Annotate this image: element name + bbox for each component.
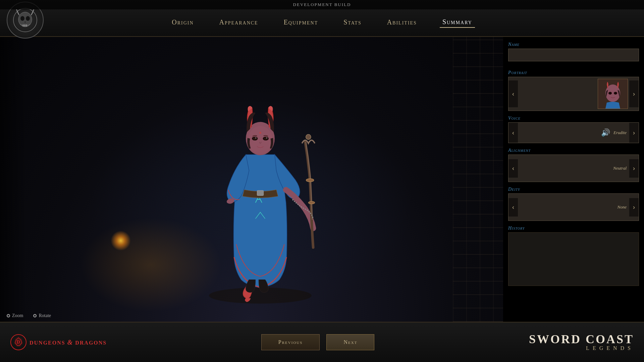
deity-next-btn[interactable]: › — [629, 198, 639, 217]
svg-point-11 — [306, 179, 314, 182]
torch-effect — [111, 231, 131, 251]
portrait-next-btn[interactable]: › — [629, 80, 639, 107]
dnd-ampersand: & — [67, 339, 73, 346]
zoom-label: Zoom — [12, 313, 23, 318]
voice-next-btn[interactable]: › — [629, 123, 639, 143]
svg-point-25 — [608, 92, 612, 95]
tab-equipment[interactable]: Equipment — [281, 17, 321, 27]
svg-point-26 — [614, 92, 617, 95]
scl-logo: SWORD COAST LEGENDS — [529, 333, 634, 351]
previous-button[interactable]: Previous — [261, 334, 320, 350]
voice-value: Erudite — [613, 130, 627, 135]
scl-title: SWORD COAST — [529, 333, 634, 345]
zoom-dot — [7, 314, 10, 317]
portrait-prev-btn[interactable]: ‹ — [508, 80, 518, 107]
character-display — [173, 37, 347, 322]
summary-panel: Name Portrait ‹ — [503, 37, 644, 322]
history-section: History — [508, 226, 639, 287]
name-input[interactable] — [508, 49, 639, 61]
voice-label: Voice — [508, 116, 639, 121]
scl-subtitle: LEGENDS — [529, 345, 634, 351]
tab-abilities[interactable]: Abilities — [384, 17, 420, 27]
voice-content: 🔊 Erudite — [518, 126, 629, 140]
voice-selector: ‹ 🔊 Erudite › — [508, 122, 639, 143]
deity-prev-btn[interactable]: ‹ — [508, 198, 518, 217]
dnd-logo-icon: D — [10, 334, 27, 351]
nav-tabs: Origin Appearance Equipment Stats Abilit… — [169, 17, 475, 28]
svg-point-12 — [308, 201, 315, 204]
bottom-bar: D DUNGEONS & DRAGONS Previous Next SWORD… — [0, 322, 644, 362]
portrait-thumbnail — [598, 79, 628, 109]
alignment-section: Alignment ‹ Neutral › — [508, 148, 639, 182]
nav-buttons: Previous Next — [261, 334, 375, 350]
alignment-selector: ‹ Neutral › — [508, 155, 639, 182]
skull-icon — [12, 7, 39, 34]
history-textarea[interactable] — [508, 232, 639, 286]
next-button[interactable]: Next — [326, 334, 374, 350]
tab-origin[interactable]: Origin — [169, 17, 196, 27]
deity-section: Deity ‹ None › — [508, 187, 639, 221]
dev-build-text: DEVELOPMENT BUILD — [293, 2, 351, 7]
dev-build-banner: DEVELOPMENT BUILD — [0, 0, 644, 9]
tab-summary[interactable]: Summary — [440, 17, 475, 28]
rotate-label: Rotate — [39, 313, 51, 318]
tab-appearance[interactable]: Appearance — [217, 17, 261, 27]
bg-left — [0, 37, 27, 322]
svg-point-3 — [26, 16, 30, 21]
svg-rect-5 — [24, 24, 25, 26]
svg-point-21 — [266, 137, 267, 139]
dnd-first-line: DUNGEONS & DRAGONS — [30, 339, 107, 346]
portrait-label: Portrait — [508, 70, 639, 75]
svg-point-2 — [20, 16, 24, 21]
zoom-control: Zoom — [7, 313, 23, 318]
name-section: Name — [508, 42, 639, 65]
character-viewport: Zoom Rotate — [0, 37, 503, 322]
svg-point-22 — [259, 132, 261, 134]
deity-selector: ‹ None › — [508, 193, 639, 221]
portrait-content — [518, 77, 629, 111]
svg-text:D: D — [16, 340, 20, 345]
deity-value: None — [618, 204, 627, 210]
main-area: Zoom Rotate Name Portrait ‹ — [0, 37, 644, 322]
alignment-prev-btn[interactable]: ‹ — [508, 159, 518, 178]
svg-rect-8 — [257, 190, 263, 195]
svg-point-10 — [306, 134, 311, 139]
alignment-value: Neutral — [613, 166, 627, 171]
portrait-selector: ‹ — [508, 77, 639, 111]
alignment-content: Neutral — [518, 155, 629, 182]
character-svg — [193, 90, 327, 308]
svg-point-15 — [248, 126, 273, 154]
voice-prev-btn[interactable]: ‹ — [508, 123, 518, 143]
deity-label: Deity — [508, 187, 639, 192]
portrait-face-svg — [598, 79, 628, 109]
bg-right — [453, 37, 503, 322]
history-label: History — [508, 226, 639, 231]
alignment-label: Alignment — [508, 148, 639, 153]
voice-section: Voice ‹ 🔊 Erudite › — [508, 116, 639, 143]
name-label: Name — [508, 42, 639, 47]
volume-icon: 🔊 — [601, 128, 610, 137]
tab-stats[interactable]: Stats — [341, 17, 364, 27]
dnd-logo: D DUNGEONS & DRAGONS — [10, 334, 107, 351]
svg-point-20 — [255, 137, 257, 139]
rotate-control: Rotate — [33, 313, 51, 318]
deity-content: None — [518, 194, 629, 221]
portrait-section: Portrait ‹ — [508, 70, 639, 111]
dnd-logo-text: DUNGEONS & DRAGONS — [30, 339, 107, 346]
character-controls: Zoom Rotate — [7, 313, 51, 318]
rotate-dot — [33, 314, 37, 317]
alignment-next-btn[interactable]: › — [629, 159, 639, 178]
